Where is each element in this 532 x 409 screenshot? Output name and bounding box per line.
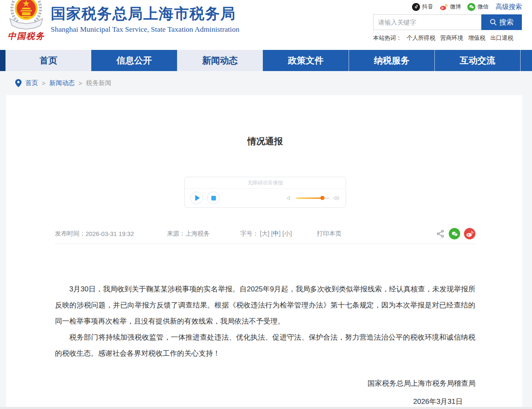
- nav-item-info-disclosure[interactable]: 信息公开: [91, 50, 177, 71]
- nav-left-edge: [0, 50, 5, 71]
- breadcrumb-news[interactable]: 新闻动态: [49, 79, 75, 87]
- publish-time: 发布时间： 2026-03-31 19:32: [55, 230, 134, 238]
- location-pin-icon: [15, 79, 22, 87]
- font-size-medium[interactable]: [中]: [271, 230, 281, 238]
- article-body: 3月30日，我局收到关于鞠某某涉税事项的实名举报。自2025年9月起，我局多次收…: [55, 281, 475, 362]
- nav-item-policy-documents[interactable]: 政策文件: [263, 50, 349, 71]
- tax-bureau-logo: 中国税务: [5, 0, 47, 42]
- meta-divider: [55, 244, 475, 244]
- search-icon: [490, 19, 497, 26]
- logo-caption: 中国税务: [5, 30, 47, 42]
- font-size-small[interactable]: [小]: [282, 230, 292, 238]
- weibo-icon: [439, 3, 448, 11]
- advanced-search-link[interactable]: 高级搜索: [496, 3, 522, 11]
- stop-button[interactable]: [207, 192, 220, 204]
- font-size-large[interactable]: [大]: [260, 230, 270, 238]
- nav-tail: [520, 50, 532, 71]
- bottom-strip: [0, 407, 532, 409]
- article-meta: 发布时间： 2026-03-31 19:32 来源： 上海税务 字号： [大] …: [55, 228, 475, 239]
- hotword-link[interactable]: 营商环境: [440, 34, 463, 42]
- weibo-link[interactable]: 微博: [439, 3, 461, 11]
- article-source: 来源： 上海税务: [167, 230, 210, 238]
- weibo-label: 微博: [450, 3, 461, 11]
- source-label: 来源：: [167, 230, 186, 238]
- audio-player-controls: [185, 189, 346, 207]
- breadcrumb-separator: >: [79, 80, 82, 87]
- search-bar: 搜索: [373, 14, 522, 30]
- publish-label: 发布时间：: [55, 230, 86, 238]
- article-card: 情况通报 无障碍语音播报: [6, 95, 522, 409]
- paragraph: 税务部门将持续加强税收监管，一体推进查处违法、优化执法、促进守法、保护合法，努力…: [55, 329, 475, 362]
- play-button[interactable]: [190, 192, 203, 204]
- print-page-button[interactable]: 打印本页: [317, 230, 341, 238]
- publish-value: 2026-03-31 19:32: [86, 231, 134, 237]
- nav-item-interaction[interactable]: 互动交流: [434, 50, 520, 71]
- hotword-link[interactable]: 个人所得税: [407, 34, 436, 42]
- share-icons: [436, 228, 475, 239]
- wechat-share-icon[interactable]: [449, 228, 460, 239]
- site-title: 国家税务总局上海市税务局: [51, 5, 239, 22]
- article-date: 2026年3月31日: [55, 397, 475, 407]
- wechat-label: 微信: [477, 3, 488, 11]
- breadcrumb-home[interactable]: 首页: [25, 79, 38, 87]
- fontsize-label: 字号：: [240, 230, 259, 238]
- hotwords-label: 本站热词：: [373, 34, 402, 42]
- header-right: 抖音 微博: [373, 1, 522, 42]
- douyin-label: 抖音: [422, 3, 433, 11]
- volume-high-icon: [333, 195, 340, 201]
- nav-item-tax-services[interactable]: 纳税服务: [349, 50, 434, 71]
- site-subtitle: Shanghai Municipal Tax Service, State Ta…: [51, 25, 239, 34]
- audio-player: 无障碍语音播报: [184, 177, 346, 208]
- douyin-icon: [412, 3, 420, 11]
- search-button[interactable]: 搜索: [481, 14, 522, 30]
- search-input[interactable]: [373, 14, 481, 30]
- breadcrumb-current: 税务新闻: [86, 79, 112, 87]
- source-value: 上海税务: [186, 230, 210, 238]
- share-icon[interactable]: [436, 229, 445, 238]
- social-row: 抖音 微博: [373, 1, 522, 12]
- main-nav: 首页 信息公开 新闻动态 政策文件 纳税服务 互动交流: [0, 50, 532, 71]
- search-button-label: 搜索: [499, 17, 514, 27]
- volume-slider[interactable]: [296, 198, 329, 199]
- paragraph: 3月30日，我局收到关于鞠某某涉税事项的实名举报。自2025年9月起，我局多次收…: [55, 281, 475, 329]
- site-title-block: 国家税务总局上海市税务局 Shanghai Municipal Tax Serv…: [51, 5, 239, 34]
- wechat-link[interactable]: 微信: [467, 3, 488, 11]
- font-size-switcher: 字号： [大] [中] [小]: [240, 230, 292, 238]
- volume-control: [286, 195, 340, 201]
- nav-item-news[interactable]: 新闻动态: [177, 50, 263, 71]
- audio-player-caption: 无障碍语音播报: [185, 177, 346, 189]
- wechat-icon: [467, 3, 475, 11]
- site-header: 中国税务 国家税务总局上海市税务局 Shanghai Municipal Tax…: [0, 0, 532, 50]
- article-title: 情况通报: [55, 95, 475, 147]
- hotword-link[interactable]: 出口退税: [491, 34, 513, 42]
- volume-low-icon: [286, 195, 292, 201]
- douyin-link[interactable]: 抖音: [412, 3, 433, 11]
- nav-item-home[interactable]: 首页: [5, 50, 91, 71]
- volume-slider-handle[interactable]: [320, 196, 325, 200]
- article-signature: 国家税务总局上海市税务局稽查局: [55, 379, 475, 389]
- weibo-share-icon[interactable]: [464, 228, 475, 239]
- hotword-link[interactable]: 增值税: [468, 34, 486, 42]
- play-icon: [195, 195, 200, 201]
- stop-icon: [211, 196, 216, 200]
- hotwords-row: 本站热词： 个人所得税 营商环境 增值税 出口退税: [373, 34, 522, 42]
- breadcrumb-separator: >: [42, 80, 46, 87]
- tax-emblem-icon: [6, 24, 46, 31]
- breadcrumb: 首页 > 新闻动态 > 税务新闻: [0, 71, 532, 95]
